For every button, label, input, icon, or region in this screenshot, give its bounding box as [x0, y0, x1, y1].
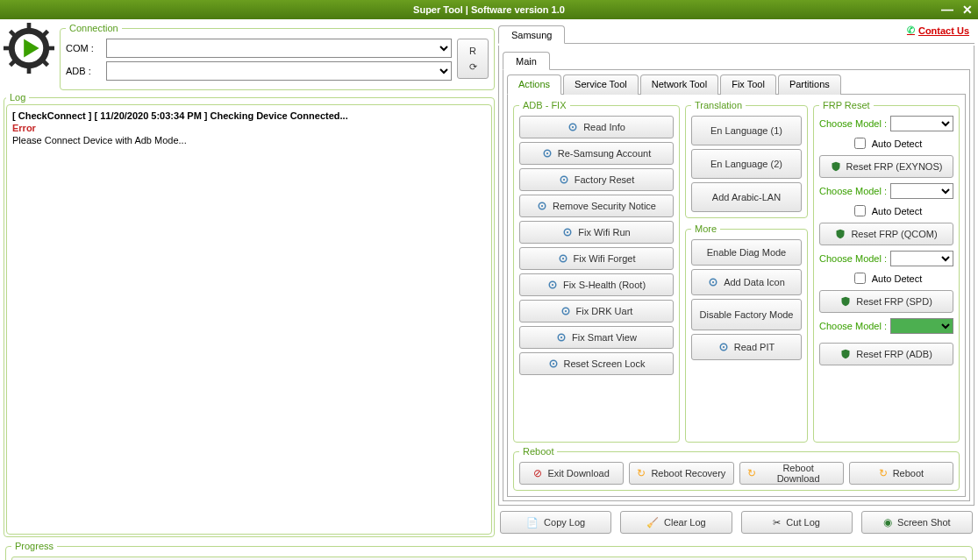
translation-group: Translation En Language (1) En Language … [685, 100, 808, 218]
fix-shealth-button[interactable]: Fix S-Health (Root) [519, 273, 674, 296]
more-group: More Enable Diag Mode Add Data Icon Disa… [685, 223, 808, 443]
cut-log-button[interactable]: ✂Cut Log [741, 511, 853, 534]
shield-icon [831, 161, 841, 172]
gear-icon [548, 358, 559, 369]
translation-legend: Translation [691, 100, 746, 110]
svg-point-12 [546, 152, 548, 154]
reboot-button[interactable]: ↻Reboot [849, 462, 953, 485]
shield-icon [840, 296, 851, 307]
reboot-download-button[interactable]: ↻Reboot Download [739, 462, 844, 485]
enable-diag-mode-button[interactable]: Enable Diag Mode [691, 239, 802, 266]
svg-point-10 [572, 126, 574, 128]
reset-frp-exynos-button[interactable]: Reset FRP (EXYNOS) [819, 155, 953, 178]
frp-model-select-3[interactable] [890, 251, 953, 266]
gear-icon [560, 306, 571, 316]
gear-icon [568, 122, 578, 132]
svg-marker-8 [24, 39, 39, 58]
tab-main[interactable]: Main [503, 52, 550, 70]
reboot-icon: ↻ [747, 467, 756, 479]
scissors-icon: ✂ [773, 517, 781, 528]
reboot-group: Reboot ⊘Exit Download ↻Reboot Recovery ↻… [513, 446, 960, 491]
main-tabstrip: Main [503, 49, 970, 70]
frp-reset-legend: FRP Reset [819, 100, 874, 110]
refresh-button[interactable]: R ⟳ [457, 39, 489, 79]
auto-detect-checkbox-3[interactable] [854, 273, 866, 284]
subtab-actions[interactable]: Actions [507, 74, 561, 95]
camera-icon: ◉ [883, 516, 892, 528]
shield-icon [835, 229, 846, 239]
shield-icon [840, 349, 851, 359]
log-legend: Log [6, 92, 29, 103]
frp-model-select-1[interactable] [890, 116, 953, 131]
exit-download-button[interactable]: ⊘Exit Download [519, 462, 624, 485]
svg-point-30 [712, 281, 714, 283]
reset-frp-qcom-button[interactable]: Reset FRP (QCOM) [819, 223, 953, 245]
add-data-icon-button[interactable]: Add Data Icon [691, 269, 802, 295]
remove-security-notice-button[interactable]: Remove Security Notice [519, 195, 674, 217]
progress-legend: Progress [11, 541, 57, 551]
auto-detect-checkbox-1[interactable] [854, 138, 866, 149]
screenshot-button[interactable]: ◉Screen Shot [861, 511, 973, 534]
connection-group: Connection COM : ADB : R [60, 23, 495, 90]
add-arabic-lan-button[interactable]: Add Arabic-LAN [691, 182, 802, 212]
brand-tabstrip: Samsung [498, 23, 974, 44]
tab-samsung[interactable]: Samsung [498, 25, 565, 44]
frp-model-select-2[interactable] [890, 183, 953, 199]
copy-log-button[interactable]: 📄Copy Log [500, 511, 611, 534]
clear-log-button[interactable]: 🧹Clear Log [620, 511, 732, 534]
read-info-button[interactable]: Read Info [519, 116, 674, 138]
app-title: Super Tool | Software version 1.0 [413, 4, 565, 15]
svg-point-18 [567, 231, 568, 233]
svg-point-22 [552, 284, 553, 286]
fix-smart-view-button[interactable]: Fix Smart View [519, 326, 674, 349]
frp-reset-group: FRP Reset Choose Model : Auto Detect Res… [813, 100, 960, 443]
svg-point-32 [723, 346, 725, 348]
read-pit-button[interactable]: Read PIT [691, 334, 802, 360]
en-language-2-button[interactable]: En Language (2) [691, 149, 802, 179]
adb-label: ADB : [66, 66, 101, 76]
gear-icon [556, 332, 567, 343]
subtab-fix-tool[interactable]: Fix Tool [720, 74, 776, 95]
adb-select[interactable] [106, 61, 452, 81]
log-output[interactable]: [ CheckConnect ] [ 11/20/2020 5:03:34 PM… [6, 104, 492, 535]
reset-frp-adb-button[interactable]: Reset FRP (ADB) [819, 343, 953, 365]
minimize-button[interactable]: — [941, 3, 953, 17]
contact-us-link[interactable]: ✆ Contact Us [907, 25, 969, 36]
gear-icon [547, 280, 558, 290]
subtab-network-tool[interactable]: Network Tool [640, 74, 718, 95]
reset-frp-spd-button[interactable]: Reset FRP (SPD) [819, 290, 953, 313]
gear-icon [562, 227, 573, 237]
frp-model-select-4[interactable] [890, 318, 953, 334]
stop-icon: ⊘ [533, 467, 542, 479]
reset-screen-lock-button[interactable]: Reset Screen Lock [519, 352, 674, 375]
svg-rect-0 [27, 23, 32, 30]
auto-detect-checkbox-2[interactable] [854, 205, 866, 216]
svg-point-14 [563, 179, 565, 181]
re-samsung-account-button[interactable]: Re-Samsung Account [519, 142, 674, 165]
reboot-recovery-button[interactable]: ↻Reboot Recovery [629, 462, 733, 485]
com-select[interactable] [106, 39, 452, 58]
subtab-service-tool[interactable]: Service Tool [563, 74, 639, 95]
fix-drk-uart-button[interactable]: Fix DRK Uart [519, 300, 674, 323]
app-logo [4, 23, 54, 74]
factory-reset-button[interactable]: Factory Reset [519, 168, 674, 191]
svg-point-20 [561, 258, 563, 259]
disable-factory-mode-button[interactable]: Disable Factory Mode [691, 299, 802, 330]
gear-icon [542, 148, 553, 159]
svg-point-16 [541, 205, 543, 207]
gear-icon [559, 174, 569, 185]
svg-rect-2 [4, 46, 11, 51]
adb-fix-legend: ADB - FIX [519, 100, 570, 110]
eraser-icon: 🧹 [646, 517, 659, 528]
progress-bar [11, 556, 967, 560]
close-button[interactable]: ✕ [962, 3, 973, 17]
fix-wifi-forget-button[interactable]: Fix Wifi Forget [519, 247, 674, 270]
whatsapp-icon: ✆ [907, 25, 915, 36]
titlebar: Super Tool | Software version 1.0 — ✕ [0, 0, 978, 19]
subtab-partitions[interactable]: Partitions [778, 74, 841, 95]
adb-fix-group: ADB - FIX Read Info Re-Samsung Account F… [513, 100, 680, 443]
svg-rect-1 [27, 67, 32, 74]
fix-wifi-run-button[interactable]: Fix Wifi Run [519, 221, 674, 244]
gear-icon [708, 277, 718, 287]
en-language-1-button[interactable]: En Language (1) [691, 116, 802, 145]
